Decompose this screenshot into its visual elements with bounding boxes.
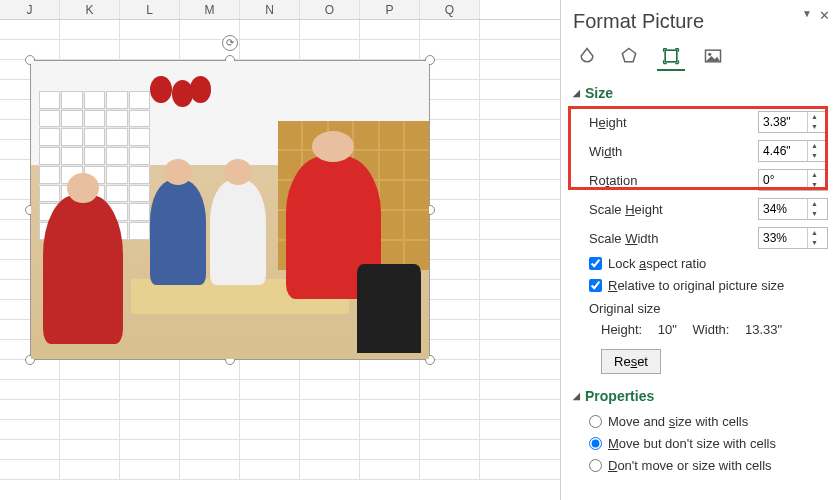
size-tab-icon[interactable] bbox=[657, 43, 685, 71]
svg-point-3 bbox=[708, 53, 711, 56]
reset-button[interactable]: Reset bbox=[601, 349, 661, 374]
size-section: ◢ Size Height ▲▼ Width ▲▼ Rotation bbox=[573, 85, 828, 374]
rotation-input[interactable]: ▲▼ bbox=[758, 169, 828, 191]
width-input[interactable]: ▲▼ bbox=[758, 140, 828, 162]
width-field: Width ▲▼ bbox=[589, 140, 828, 162]
relative-original-checkbox[interactable]: Relative to original picture size bbox=[589, 278, 828, 293]
svg-marker-0 bbox=[622, 49, 635, 62]
lock-aspect-checkbox[interactable]: Lock aspect ratio bbox=[589, 256, 828, 271]
panel-tabs bbox=[573, 43, 828, 71]
rotation-label: Rotation bbox=[589, 173, 637, 188]
size-section-header[interactable]: ◢ Size bbox=[573, 85, 828, 101]
rotation-field: Rotation ▲▼ bbox=[589, 169, 828, 191]
spin-down-icon[interactable]: ▼ bbox=[808, 151, 821, 161]
col-header[interactable]: N bbox=[240, 0, 300, 19]
fill-tab-icon[interactable] bbox=[573, 43, 601, 71]
spin-up-icon[interactable]: ▲ bbox=[808, 141, 821, 151]
picture-tab-icon[interactable] bbox=[699, 43, 727, 71]
dont-move-radio[interactable]: Don't move or size with cells bbox=[589, 458, 828, 473]
height-label: Height bbox=[589, 115, 627, 130]
svg-rect-1 bbox=[665, 50, 677, 62]
panel-options-icon[interactable]: ▼ bbox=[802, 8, 812, 19]
col-header[interactable]: J bbox=[0, 0, 60, 19]
spin-down-icon[interactable]: ▼ bbox=[808, 209, 821, 219]
col-header[interactable]: P bbox=[360, 0, 420, 19]
collapse-icon: ◢ bbox=[573, 88, 580, 98]
rotate-handle-icon[interactable]: ⟳ bbox=[222, 35, 238, 51]
collapse-icon: ◢ bbox=[573, 391, 580, 401]
col-header[interactable]: M bbox=[180, 0, 240, 19]
height-field: Height ▲▼ bbox=[589, 111, 828, 133]
scale-width-label: Scale Width bbox=[589, 231, 658, 246]
scale-height-field: Scale Height ▲▼ bbox=[589, 198, 828, 220]
scale-width-field: Scale Width ▲▼ bbox=[589, 227, 828, 249]
format-picture-panel: ▼ ✕ Format Picture ◢ Size Height bbox=[560, 0, 840, 500]
col-header[interactable]: K bbox=[60, 0, 120, 19]
spin-down-icon[interactable]: ▼ bbox=[808, 180, 821, 190]
scale-width-input[interactable]: ▲▼ bbox=[758, 227, 828, 249]
scale-height-input[interactable]: ▲▼ bbox=[758, 198, 828, 220]
spin-down-icon[interactable]: ▼ bbox=[808, 122, 821, 132]
original-size-values: Height: 10" Width: 13.33" bbox=[601, 322, 828, 337]
spreadsheet-grid[interactable]: J K L M N O P Q bbox=[0, 0, 560, 500]
effects-tab-icon[interactable] bbox=[615, 43, 643, 71]
spin-up-icon[interactable]: ▲ bbox=[808, 199, 821, 209]
move-size-radio[interactable]: Move and size with cells bbox=[589, 414, 828, 429]
embedded-picture[interactable]: ⟳ bbox=[30, 60, 430, 360]
properties-section: ◢ Properties Move and size with cells Mo… bbox=[573, 388, 828, 473]
move-nosize-radio[interactable]: Move but don't size with cells bbox=[589, 436, 828, 451]
spin-up-icon[interactable]: ▲ bbox=[808, 170, 821, 180]
col-header[interactable]: L bbox=[120, 0, 180, 19]
height-input[interactable]: ▲▼ bbox=[758, 111, 828, 133]
picture-content bbox=[31, 61, 429, 359]
column-headers: J K L M N O P Q bbox=[0, 0, 560, 20]
close-icon[interactable]: ✕ bbox=[819, 8, 830, 23]
original-size-label: Original size bbox=[589, 301, 828, 316]
properties-section-header[interactable]: ◢ Properties bbox=[573, 388, 828, 404]
col-header[interactable]: Q bbox=[420, 0, 480, 19]
width-label: Width bbox=[589, 144, 622, 159]
spin-up-icon[interactable]: ▲ bbox=[808, 112, 821, 122]
scale-height-label: Scale Height bbox=[589, 202, 663, 217]
col-header[interactable]: O bbox=[300, 0, 360, 19]
spin-down-icon[interactable]: ▼ bbox=[808, 238, 821, 248]
panel-title: Format Picture bbox=[573, 10, 828, 33]
spin-up-icon[interactable]: ▲ bbox=[808, 228, 821, 238]
